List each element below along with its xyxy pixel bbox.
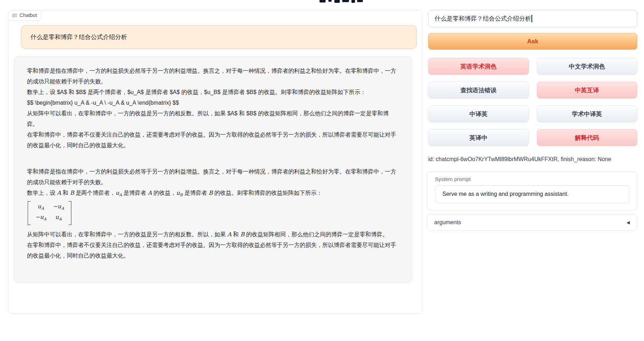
matrix-cell: −uA: [32, 213, 50, 224]
btn-english-academic-polish[interactable]: 英语学术润色: [428, 58, 529, 75]
system-prompt-label: System prompt: [435, 176, 629, 182]
matrix-cell: −uA: [50, 202, 67, 213]
matrix-cell: uA: [50, 213, 67, 224]
btn-zh-to-en[interactable]: 中译英: [428, 105, 529, 122]
ask-button[interactable]: Ask: [428, 33, 637, 50]
btn-explain-code[interactable]: 解释代码: [537, 129, 638, 146]
rendered-paragraph-4: 在零和博弈中，博弈者不仅要关注自己的收益，还需要考虑对手的收益。因为一方取得的收…: [27, 240, 399, 261]
matrix-cell: uA: [32, 202, 50, 213]
payoff-matrix: uA −uA −uA uA: [28, 201, 71, 225]
user-message-bubble: 什么是零和博弈？结合公式介绍分析: [21, 25, 417, 49]
arguments-accordion[interactable]: arguments ◀: [427, 214, 637, 231]
text-caret: [531, 15, 532, 22]
rendered-math-sentence: 数学上，设 A 和 B 是两个博弈者，uA 是博弈者 A 的收益，uB 是博弈者…: [27, 188, 399, 200]
arguments-accordion-label: arguments: [434, 219, 461, 226]
bot-rendered-text: 零和博弈是指在博弈中，一方的利益损失必然等于另一方的利益增益。换言之，对于每一种…: [27, 166, 399, 261]
system-prompt-panel: System prompt Serve me as a writing and …: [427, 171, 637, 210]
system-prompt-input[interactable]: Serve me as a writing and programming as…: [435, 185, 629, 203]
bot-raw-text: 零和博弈是指在博弈中，一方的利益损失必然等于另一方的利益增益。换言之，对于每一种…: [27, 66, 399, 151]
chatbot-label-text: Chatbot: [20, 12, 37, 18]
btn-en-to-zh[interactable]: 英译中: [428, 129, 529, 146]
btn-chinese-academic-polish[interactable]: 中文学术润色: [537, 58, 638, 75]
quick-action-grid: 英语学术润色 中文学术润色 查找语法错误 中英互译 中译英 学术中译英 英译中 …: [428, 58, 637, 146]
rendered-paragraph-1: 零和博弈是指在博弈中，一方的利益损失必然等于另一方的利益增益。换言之，对于每一种…: [27, 166, 399, 188]
chat-bubble-icon: [12, 13, 17, 18]
rendered-paragraph-3: 从矩阵中可以看出，在零和博弈中，一方的收益是另一方的相反数。所以，如果 A 和 …: [27, 229, 399, 240]
btn-find-grammar-errors[interactable]: 查找语法错误: [428, 82, 529, 99]
app-title-clipped: [319, 0, 365, 4]
bot-message-bubble: 零和博弈是指在博弈中，一方的利益损失必然等于另一方的利益增益。换言之，对于每一种…: [14, 56, 412, 283]
chatbot-label: Chatbot: [9, 11, 42, 21]
user-message-text: 什么是零和博弈？结合公式介绍分析: [31, 33, 127, 41]
chatbot-panel: Chatbot 什么是零和博弈？结合公式介绍分析 零和博弈是指在博弈中，一方的利…: [8, 10, 423, 314]
btn-zh-en-mutual-translate[interactable]: 中英互译: [537, 82, 638, 99]
completion-status-line: id: chatcmpl-6wOo7KrYTwMl89lbrMWRu4UkFFX…: [428, 156, 637, 163]
btn-academic-zh-to-en[interactable]: 学术中译英: [537, 105, 638, 122]
accordion-collapse-arrow-icon: ◀: [627, 220, 630, 225]
prompt-input-value: 什么是零和博弈？结合公式介绍分析: [435, 15, 531, 23]
prompt-input[interactable]: 什么是零和博弈？结合公式介绍分析: [428, 10, 637, 27]
